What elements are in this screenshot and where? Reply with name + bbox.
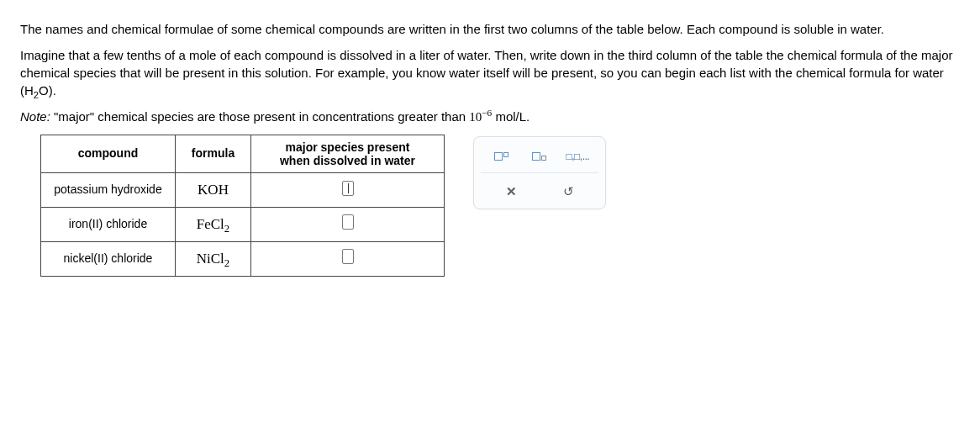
list-button[interactable]: □,□,... [561, 145, 593, 167]
reset-button[interactable]: ↺ [552, 180, 584, 202]
table-row: potassium hydroxide KOH [41, 173, 445, 208]
instruction-p2-text-b: O). [39, 83, 56, 98]
header-formula: formula [176, 135, 251, 173]
species-input-field[interactable] [342, 181, 354, 196]
header-compound: compound [41, 135, 176, 173]
compound-formula-cell: NiCl2 [176, 241, 251, 276]
clear-button[interactable]: ✕ [495, 180, 527, 202]
header-species-line1: major species present [286, 140, 410, 154]
tool-palette: □,□,... ✕ ↺ [473, 136, 606, 209]
note-text-b: mol/L. [492, 109, 530, 124]
reset-icon: ↺ [563, 182, 574, 200]
close-icon: ✕ [506, 182, 517, 200]
note-text-a: "major" chemical species are those prese… [50, 109, 469, 124]
list-icon: □,□,... [566, 150, 589, 164]
instructions-block: The names and chemical formulae of some … [20, 20, 960, 126]
header-species-line2: when dissolved in water [280, 154, 415, 167]
instruction-paragraph-2: Imagine that a few tenths of a mole of e… [20, 46, 960, 99]
superscript-icon [494, 152, 508, 161]
formula-text: NiCl [197, 251, 224, 267]
species-input-field[interactable] [342, 249, 354, 264]
species-input-cell[interactable] [251, 241, 445, 276]
table-row: iron(II) chloride FeCl2 [41, 207, 445, 241]
instruction-paragraph-1: The names and chemical formulae of some … [20, 20, 960, 38]
note-exponent: −6 [482, 108, 492, 118]
compounds-table: compound formula major species present w… [40, 135, 445, 277]
species-input-cell[interactable] [251, 173, 445, 208]
subscript-button[interactable] [524, 145, 556, 167]
species-input-field[interactable] [342, 214, 354, 230]
instruction-p2-text: Imagine that a few tenths of a mole of e… [20, 48, 952, 98]
subscript-icon [532, 152, 546, 161]
compound-name-cell: potassium hydroxide [41, 173, 176, 208]
species-input-cell[interactable] [251, 207, 445, 241]
formula-text: FeCl [197, 216, 224, 232]
note-line: Note: "major" chemical species are those… [20, 108, 960, 126]
note-label: Note: [20, 109, 50, 124]
superscript-button[interactable] [486, 145, 518, 167]
compound-formula-cell: KOH [176, 173, 251, 208]
formula-text: KOH [198, 182, 229, 198]
note-base: 10 [469, 110, 482, 124]
formula-sub: 2 [224, 223, 229, 235]
compound-name-cell: iron(II) chloride [41, 207, 176, 241]
header-species: major species present when dissolved in … [251, 135, 445, 173]
compound-name-cell: nickel(II) chloride [41, 241, 176, 276]
palette-separator [481, 172, 598, 173]
formula-sub: 2 [224, 257, 229, 269]
compound-formula-cell: FeCl2 [176, 207, 251, 241]
table-row: nickel(II) chloride NiCl2 [41, 241, 445, 276]
